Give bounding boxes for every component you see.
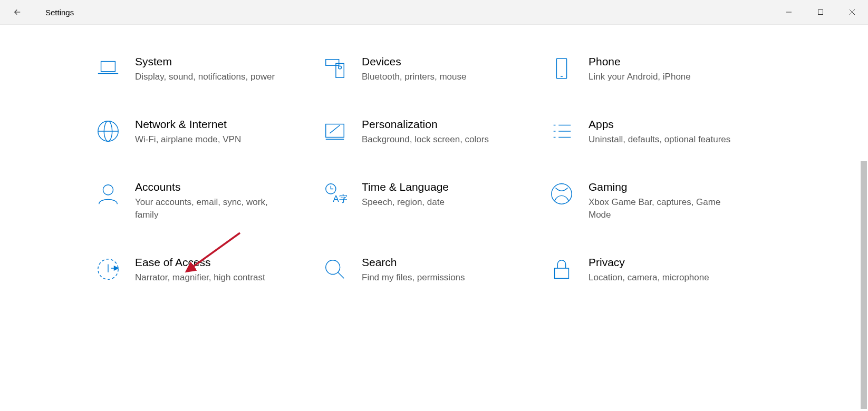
svg-rect-9 xyxy=(556,58,566,79)
category-title: Personalization xyxy=(362,117,489,131)
category-title: Accounts xyxy=(135,180,283,194)
laptop-icon xyxy=(95,56,121,83)
svg-rect-6 xyxy=(326,60,339,66)
category-text: Phone Link your Android, iPhone xyxy=(575,54,691,83)
category-desc: Speech, region, date xyxy=(362,196,449,209)
category-system[interactable]: System Display, sound, notifications, po… xyxy=(95,54,322,83)
svg-point-28 xyxy=(326,260,340,275)
maximize-button[interactable] xyxy=(805,0,836,24)
category-title: Phone xyxy=(589,54,691,68)
category-ease-of-access[interactable]: Ease of Access Narrator, magnifier, high… xyxy=(95,255,322,284)
vertical-scrollbar[interactable] xyxy=(860,24,868,411)
category-title: Privacy xyxy=(589,255,709,269)
category-grid: System Display, sound, notifications, po… xyxy=(95,54,833,284)
paintbrush-icon xyxy=(322,119,348,145)
devices-icon xyxy=(322,56,348,83)
category-title: Gaming xyxy=(589,180,736,194)
category-text: Search Find my files, permissions xyxy=(348,255,465,284)
window-title: Settings xyxy=(30,8,74,17)
time-language-icon: A字 xyxy=(322,182,348,208)
list-icon xyxy=(548,119,575,145)
window-controls xyxy=(773,0,868,24)
close-icon xyxy=(849,9,855,15)
xbox-icon xyxy=(548,182,575,208)
category-text: Apps Uninstall, defaults, optional featu… xyxy=(575,117,730,146)
category-desc: Display, sound, notifications, power xyxy=(135,71,275,83)
category-title: Search xyxy=(362,255,465,269)
category-desc: Xbox Game Bar, captures, Game Mode xyxy=(589,196,736,221)
svg-rect-1 xyxy=(818,10,823,15)
category-desc: Background, lock screen, colors xyxy=(362,133,489,146)
back-button[interactable] xyxy=(5,0,30,24)
svg-rect-4 xyxy=(101,62,115,72)
globe-icon xyxy=(95,119,121,145)
arrow-left-icon xyxy=(13,7,22,17)
category-privacy[interactable]: Privacy Location, camera, microphone xyxy=(548,255,775,284)
category-devices[interactable]: Devices Bluetooth, printers, mouse xyxy=(322,54,548,83)
category-text: System Display, sound, notifications, po… xyxy=(121,54,275,83)
settings-home: System Display, sound, notifications, po… xyxy=(0,25,833,284)
minimize-button[interactable] xyxy=(773,0,805,24)
lock-icon xyxy=(548,257,575,283)
category-title: Network & Internet xyxy=(135,117,241,131)
maximize-icon xyxy=(817,9,824,15)
category-text: Accounts Your accounts, email, sync, wor… xyxy=(121,180,283,221)
category-title: Time & Language xyxy=(362,180,449,194)
category-text: Ease of Access Narrator, magnifier, high… xyxy=(121,255,265,284)
category-desc: Find my files, permissions xyxy=(362,271,465,284)
category-search[interactable]: Search Find my files, permissions xyxy=(322,255,548,284)
category-title: Ease of Access xyxy=(135,255,265,269)
category-title: Apps xyxy=(589,117,730,131)
close-button[interactable] xyxy=(836,0,868,24)
category-accounts[interactable]: Accounts Your accounts, email, sync, wor… xyxy=(95,180,322,221)
svg-rect-30 xyxy=(555,268,569,278)
category-text: Network & Internet Wi-Fi, airplane mode,… xyxy=(121,117,241,146)
category-title: System xyxy=(135,54,275,68)
category-phone[interactable]: Phone Link your Android, iPhone xyxy=(548,54,775,83)
category-apps[interactable]: Apps Uninstall, defaults, optional featu… xyxy=(548,117,775,146)
category-desc: Uninstall, defaults, optional features xyxy=(589,133,730,146)
scrollbar-thumb[interactable] xyxy=(861,161,867,409)
category-desc: Your accounts, email, sync, work, family xyxy=(135,196,283,221)
phone-icon xyxy=(548,56,575,83)
svg-point-22 xyxy=(103,185,113,195)
category-text: Devices Bluetooth, printers, mouse xyxy=(348,54,466,83)
category-desc: Bluetooth, printers, mouse xyxy=(362,71,466,83)
svg-line-29 xyxy=(338,272,344,279)
category-desc: Location, camera, microphone xyxy=(589,271,709,284)
titlebar: Settings xyxy=(0,0,868,25)
svg-point-8 xyxy=(339,66,342,69)
category-text: Personalization Background, lock screen,… xyxy=(348,117,489,146)
search-icon xyxy=(322,257,348,283)
category-gaming[interactable]: Gaming Xbox Game Bar, captures, Game Mod… xyxy=(548,180,775,221)
category-title: Devices xyxy=(362,54,466,68)
ease-of-access-icon xyxy=(95,257,121,283)
category-desc: Link your Android, iPhone xyxy=(589,71,691,83)
category-text: Privacy Location, camera, microphone xyxy=(575,255,709,284)
category-network[interactable]: Network & Internet Wi-Fi, airplane mode,… xyxy=(95,117,322,146)
svg-text:A字: A字 xyxy=(333,194,347,204)
svg-rect-14 xyxy=(326,124,344,138)
category-personalization[interactable]: Personalization Background, lock screen,… xyxy=(322,117,548,146)
category-text: Gaming Xbox Game Bar, captures, Game Mod… xyxy=(575,180,736,221)
person-icon xyxy=(95,182,121,208)
category-desc: Narrator, magnifier, high contrast xyxy=(135,271,265,284)
minimize-icon xyxy=(786,9,792,15)
category-text: Time & Language Speech, region, date xyxy=(348,180,449,209)
titlebar-left: Settings xyxy=(0,0,74,24)
category-time-language[interactable]: A字 Time & Language Speech, region, date xyxy=(322,180,548,221)
category-desc: Wi-Fi, airplane mode, VPN xyxy=(135,133,241,146)
